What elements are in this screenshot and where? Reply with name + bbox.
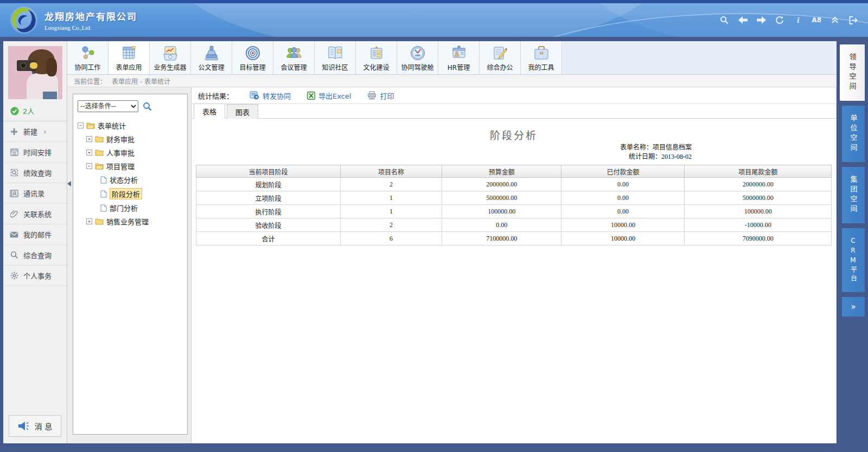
cell-count-link[interactable]: 1: [340, 205, 442, 218]
company-subtitle: Longxiang Co.,Ltd.: [44, 24, 137, 31]
tab-chart[interactable]: 图表: [227, 104, 258, 119]
tree-node-label[interactable]: 财务审批: [106, 134, 135, 144]
tab-table[interactable]: 表格: [194, 104, 225, 119]
cell-count-link[interactable]: 2: [340, 218, 442, 232]
refresh-icon[interactable]: [775, 15, 784, 25]
photo-detail: [46, 58, 57, 76]
breadcrumb-label: 当前位置：: [74, 76, 106, 86]
module-label: 综合办公: [487, 62, 513, 72]
tree-node-stage-analysis[interactable]: 阶段分析: [100, 186, 183, 201]
module-tools[interactable]: 我的工具: [521, 41, 562, 74]
tree-node-label[interactable]: 销售业务管理: [106, 216, 149, 227]
col-header[interactable]: 当前项目阶段: [196, 165, 341, 178]
module-meeting[interactable]: 会议管理: [273, 41, 315, 74]
module-dashboard[interactable]: 协同驾驶舱: [397, 41, 438, 74]
expand-expander-icon[interactable]: +: [86, 136, 92, 142]
module-hr[interactable]: HR管理: [438, 41, 480, 74]
condition-select[interactable]: --选择条件--: [78, 100, 138, 112]
sidebar-item-search[interactable]: 综合查询: [3, 245, 67, 266]
info-icon[interactable]: i: [793, 15, 803, 25]
expand-expander-icon[interactable]: +: [86, 150, 92, 156]
tree-node-label[interactable]: 部门分析: [110, 203, 138, 213]
stamp-icon: [205, 44, 219, 61]
id-badge-icon: [451, 44, 467, 61]
tree-node-finance[interactable]: + 财务审批: [86, 132, 183, 146]
col-header[interactable]: 已付款金额: [561, 165, 685, 178]
col-header[interactable]: 项目尾款金额: [685, 165, 832, 178]
sidebar-item-personal[interactable]: 个人事务: [3, 266, 67, 286]
sidebar-collapse-handle[interactable]: [67, 181, 71, 186]
module-label: 业务生成器: [154, 62, 186, 72]
user-photo[interactable]: [8, 46, 62, 99]
company-titles: 龙翔房地产有限公司 Longxiang Co.,Ltd.: [44, 9, 137, 31]
collapse-up-icon[interactable]: [830, 15, 840, 25]
print-label: 打印: [380, 91, 394, 101]
module-target[interactable]: 目标管理: [232, 41, 273, 74]
online-status[interactable]: 2人: [3, 101, 67, 121]
module-collaboration[interactable]: 协同工作: [67, 41, 108, 74]
online-check-icon: [10, 107, 19, 115]
module-label: HR管理: [448, 62, 470, 72]
module-culture[interactable]: 文化建设: [356, 41, 397, 74]
tree-node-root[interactable]: − 表单统计: [78, 119, 183, 132]
table-row: 规划阶段 2 2000000.00 0.00 2000000.00: [196, 178, 832, 191]
sidebar-item-schedule[interactable]: 时间安排: [3, 142, 67, 163]
performance-search-icon: [10, 169, 18, 177]
collapse-expander-icon[interactable]: −: [78, 122, 84, 128]
logout-icon[interactable]: [848, 15, 858, 25]
module-knowledge[interactable]: 知识社区: [315, 41, 356, 74]
company-logo: [10, 6, 38, 34]
module-official-doc[interactable]: 公文管理: [191, 41, 232, 74]
cell-paid: 0.00: [561, 191, 685, 205]
tree-node-hr-approval[interactable]: + 人事审批: [86, 146, 183, 159]
module-office[interactable]: 综合办公: [480, 41, 521, 74]
report-title: 阶段分析: [196, 127, 832, 142]
cell-stage: 验收阶段: [196, 218, 341, 232]
search-icon[interactable]: [719, 15, 729, 25]
sidebar-item-contacts[interactable]: 通讯录: [3, 183, 67, 204]
sidebar-item-linked-systems[interactable]: 关联系统: [3, 204, 67, 224]
tree-node-label[interactable]: 项目管理: [106, 161, 135, 171]
cell-count-link[interactable]: 1: [340, 191, 442, 205]
a8-label[interactable]: A8: [812, 15, 821, 25]
sidebar-item-new[interactable]: 新建 ›: [3, 121, 67, 142]
col-header[interactable]: 预算金额: [442, 165, 561, 178]
tree-node-label[interactable]: 状态分析: [110, 175, 138, 185]
back-arrow-icon[interactable]: [738, 15, 748, 25]
sidebar-item-performance[interactable]: 绩效查询: [3, 163, 67, 183]
chevron-right-icon: ›: [43, 127, 47, 136]
table-row: 执行阶段 1 100000.00 0.00 100000.00: [196, 205, 832, 218]
tab-leader-space[interactable]: 领导空间: [840, 44, 865, 101]
tab-group-space[interactable]: 集团空间: [842, 167, 865, 223]
module-label: 我的工具: [528, 62, 554, 72]
forward-action[interactable]: 转发协同: [250, 91, 291, 101]
tree-node-label-selected[interactable]: 阶段分析: [110, 188, 142, 199]
contact-card-icon: [10, 189, 18, 198]
gauge-icon: [410, 44, 425, 61]
forward-arrow-icon[interactable]: [756, 15, 766, 25]
module-business-builder[interactable]: 业务生成器: [150, 41, 191, 74]
sidebar-item-mail[interactable]: 我的邮件: [3, 224, 67, 245]
tab-crm-platform[interactable]: CRM平台: [842, 228, 865, 292]
expand-expander-icon[interactable]: +: [86, 218, 92, 224]
cell-count-link[interactable]: 2: [340, 178, 442, 191]
paperclip-icon: [10, 210, 18, 218]
export-excel-action[interactable]: 导出Excel: [307, 91, 351, 101]
message-button[interactable]: 消 息: [9, 415, 61, 437]
tree-node-label[interactable]: 人事审批: [106, 147, 135, 158]
header-wave-decoration: [174, 3, 662, 37]
col-header[interactable]: 项目名称: [340, 165, 442, 178]
module-label: 目标管理: [239, 62, 265, 72]
stats-label: 统计结果：: [198, 91, 233, 101]
print-action[interactable]: 打印: [367, 91, 394, 101]
collapse-expander-icon[interactable]: −: [86, 163, 92, 169]
tree-node-sales[interactable]: + 销售业务管理: [86, 215, 183, 228]
tree-node-label[interactable]: 表单统计: [98, 120, 126, 131]
tree-node-status-analysis[interactable]: 状态分析: [100, 173, 183, 186]
tree-node-dept-analysis[interactable]: 部门分析: [100, 201, 183, 215]
tree-node-project[interactable]: − 项目管理: [86, 159, 183, 173]
tree-search-icon[interactable]: [143, 102, 152, 111]
module-form-app[interactable]: 表单应用: [108, 41, 150, 74]
right-tabs-collapse-icon[interactable]: »: [842, 297, 865, 317]
tab-unit-space[interactable]: 单位空间: [842, 106, 865, 162]
